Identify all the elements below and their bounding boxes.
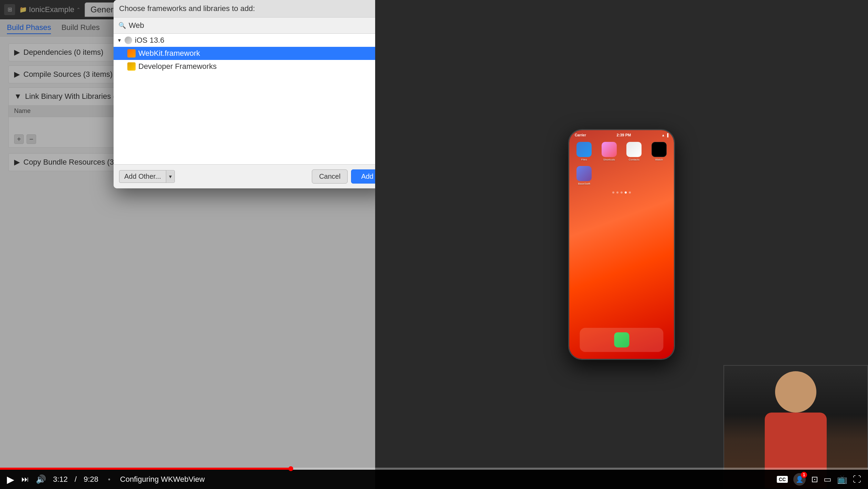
contacts-label: Contacts <box>628 158 639 161</box>
watch-label: Watch <box>655 158 663 161</box>
time-separator: / <box>75 475 77 484</box>
collapse-triangle: ▼ <box>117 38 122 43</box>
progress-scrubber[interactable] <box>288 466 293 471</box>
bullet-separator: • <box>105 476 113 483</box>
ios-header-item[interactable]: ▼ iOS 13.6 <box>114 34 389 47</box>
ide-panel: ⊞ 📁 IonicExample ⌃ General Signing + Bui… <box>0 0 375 489</box>
progress-fill <box>0 468 291 470</box>
modal-overlay: Choose frameworks and libraries to add: … <box>0 0 375 489</box>
theater-button[interactable]: ▭ <box>824 475 832 484</box>
baseswift-icon <box>576 166 592 181</box>
add-other-main-button[interactable]: Add Other... <box>119 170 166 183</box>
shortcuts-app[interactable]: Shortcuts <box>599 142 620 161</box>
webkit-framework-item[interactable]: WebKit.framework <box>114 47 389 60</box>
skip-back-button[interactable]: ⏭ <box>21 475 29 484</box>
watch-icon <box>652 142 667 157</box>
page-dot-5 <box>629 191 631 194</box>
carrier-label: Carrier <box>575 133 586 137</box>
wifi-icon: ▲ <box>661 133 665 137</box>
phone-time: 2:39 PM <box>617 133 631 137</box>
app-icons-grid: Files Shortcuts Contacts Watch BaseSwift <box>569 138 674 189</box>
search-icon: 🔍 <box>118 22 126 29</box>
modal-title: Choose frameworks and libraries to add: <box>114 0 389 18</box>
total-time: 9:28 <box>84 475 98 484</box>
fullscreen-button[interactable]: ⛶ <box>853 475 861 484</box>
right-controls: CC 👤 1 ⊡ ▭ 📺 ⛶ <box>777 473 861 486</box>
contacts-app[interactable]: Contacts <box>624 142 644 161</box>
framework-search-input[interactable] <box>129 21 374 30</box>
webkit-label: WebKit.framework <box>138 49 200 58</box>
video-title: Configuring WKWebView <box>120 475 770 484</box>
play-button[interactable]: ▶ <box>7 474 14 485</box>
users-button[interactable]: 👤 1 <box>793 473 806 486</box>
developer-frameworks-item[interactable]: Developer Frameworks <box>114 60 389 73</box>
phone-screen: Carrier 2:39 PM ▲ ▐ Files Shortcuts <box>569 130 674 359</box>
controls-row: ▶ ⏭ 🔊 3:12 / 9:28 • Configuring WKWebVie… <box>0 470 868 489</box>
battery-indicator: ▲ ▐ <box>661 133 668 137</box>
cast-button[interactable]: 📺 <box>837 475 847 484</box>
user-count-badge: 1 <box>801 472 807 478</box>
contacts-icon <box>626 142 642 157</box>
battery-icon: ▐ <box>666 133 668 137</box>
baseswift-app[interactable]: BaseSwift <box>574 166 594 185</box>
person-head <box>775 371 816 413</box>
phone-status-bar: Carrier 2:39 PM ▲ ▐ <box>569 130 674 138</box>
cancel-button[interactable]: Cancel <box>312 169 348 184</box>
framework-folder-icon <box>127 49 136 58</box>
modal-search-bar: 🔍 ✕ <box>114 18 389 34</box>
volume-button[interactable]: 🔊 <box>36 475 46 484</box>
page-dot-3 <box>621 191 623 194</box>
shortcuts-label: Shortcuts <box>603 158 615 161</box>
phone-dock <box>580 328 663 352</box>
phone-simulator: Carrier 2:39 PM ▲ ▐ Files Shortcuts <box>568 129 675 360</box>
page-dot-2 <box>616 191 618 194</box>
baseswift-label: BaseSwift <box>578 182 590 185</box>
modal-footer: Add Other... ▾ Cancel Add <box>114 165 389 188</box>
framework-tree: ▼ iOS 13.6 WebKit.framework Developer Fr… <box>114 34 389 165</box>
developer-folder-icon <box>127 62 136 71</box>
add-other-dropdown-arrow[interactable]: ▾ <box>166 171 174 182</box>
dock-messages-icon[interactable] <box>614 332 629 347</box>
video-player-controls: ▶ ⏭ 🔊 3:12 / 9:28 • Configuring WKWebVie… <box>0 468 868 489</box>
phone-panel: Carrier 2:39 PM ▲ ▐ Files Shortcuts <box>375 0 868 489</box>
ios-version-label: iOS 13.6 <box>135 36 165 45</box>
files-label: Files <box>581 158 587 161</box>
ios-icon <box>125 37 132 44</box>
files-icon <box>576 142 592 157</box>
cc-button[interactable]: CC <box>777 476 788 483</box>
framework-picker-modal: Choose frameworks and libraries to add: … <box>114 0 389 188</box>
pip-button[interactable]: ⊡ <box>811 475 818 484</box>
page-dot-4 <box>625 191 627 194</box>
add-other-button-group: Add Other... ▾ <box>119 170 175 183</box>
progress-bar[interactable] <box>0 468 868 470</box>
shortcuts-icon <box>602 142 617 157</box>
page-dot-1 <box>612 191 614 194</box>
page-dots <box>569 191 674 194</box>
current-time: 3:12 <box>53 475 68 484</box>
developer-label: Developer Frameworks <box>138 62 216 71</box>
files-app[interactable]: Files <box>574 142 594 161</box>
watch-app[interactable]: Watch <box>649 142 669 161</box>
